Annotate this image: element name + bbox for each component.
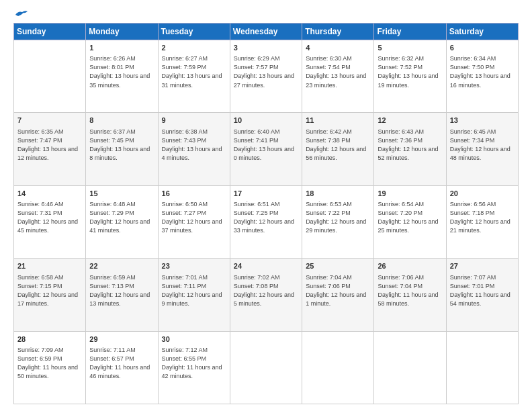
sunrise-text: Sunrise: 7:01 AM	[162, 273, 226, 282]
sunset-text: Sunset: 7:01 PM	[450, 282, 515, 291]
calendar-cell: 30Sunrise: 7:12 AMSunset: 6:55 PMDayligh…	[158, 331, 230, 404]
weekday-header: Tuesday	[158, 24, 230, 40]
daylight-text: Daylight: 12 hours and 48 minutes.	[450, 145, 515, 163]
daylight-text: Daylight: 12 hours and 33 minutes.	[234, 218, 298, 235]
calendar-week-row: 28Sunrise: 7:09 AMSunset: 6:59 PMDayligh…	[14, 331, 519, 404]
daylight-text: Daylight: 12 hours and 5 minutes.	[234, 291, 298, 308]
sunset-text: Sunset: 7:31 PM	[17, 209, 82, 218]
sunrise-text: Sunrise: 6:58 AM	[17, 273, 82, 282]
weekday-header: Friday	[374, 24, 446, 40]
daylight-text: Daylight: 13 hours and 19 minutes.	[378, 72, 442, 89]
day-number: 20	[450, 189, 515, 199]
calendar-table: SundayMondayTuesdayWednesdayThursdayFrid…	[13, 23, 519, 404]
weekday-header: Wednesday	[230, 24, 302, 40]
daylight-text: Daylight: 11 hours and 46 minutes.	[89, 363, 154, 381]
sunrise-text: Sunrise: 7:07 AM	[450, 273, 515, 282]
calendar-cell: 22Sunrise: 6:59 AMSunset: 7:13 PMDayligh…	[86, 259, 158, 331]
sunset-text: Sunset: 7:22 PM	[306, 209, 370, 218]
sunrise-text: Sunrise: 6:27 AM	[162, 54, 226, 63]
sunset-text: Sunset: 7:45 PM	[89, 136, 154, 145]
daylight-text: Daylight: 13 hours and 12 minutes.	[17, 145, 82, 163]
sunset-text: Sunset: 7:15 PM	[17, 282, 82, 291]
day-number: 13	[450, 116, 515, 126]
weekday-header: Sunday	[14, 24, 86, 40]
day-number: 17	[234, 189, 298, 199]
calendar-cell: 7Sunrise: 6:35 AMSunset: 7:47 PMDaylight…	[14, 113, 86, 185]
calendar-week-row: 7Sunrise: 6:35 AMSunset: 7:47 PMDaylight…	[14, 113, 519, 185]
daylight-text: Daylight: 12 hours and 37 minutes.	[162, 218, 226, 235]
sunset-text: Sunset: 7:54 PM	[306, 63, 370, 72]
calendar-cell	[230, 331, 302, 404]
sunset-text: Sunset: 7:18 PM	[450, 209, 515, 218]
day-number: 16	[162, 189, 226, 199]
daylight-text: Daylight: 12 hours and 17 minutes.	[17, 291, 82, 308]
sunrise-text: Sunrise: 6:26 AM	[89, 54, 154, 63]
daylight-text: Daylight: 13 hours and 35 minutes.	[89, 72, 154, 89]
sunrise-text: Sunrise: 6:46 AM	[17, 200, 82, 209]
weekday-header: Thursday	[302, 24, 374, 40]
calendar-cell: 17Sunrise: 6:51 AMSunset: 7:25 PMDayligh…	[230, 185, 302, 258]
calendar-cell: 27Sunrise: 7:07 AMSunset: 7:01 PMDayligh…	[446, 259, 518, 331]
calendar-cell: 5Sunrise: 6:32 AMSunset: 7:52 PMDaylight…	[374, 40, 446, 113]
sunset-text: Sunset: 7:20 PM	[378, 209, 442, 218]
day-number: 4	[306, 43, 370, 53]
sunrise-text: Sunrise: 6:59 AM	[89, 273, 154, 282]
day-number: 14	[17, 189, 82, 199]
daylight-text: Daylight: 12 hours and 45 minutes.	[17, 218, 82, 235]
calendar-cell: 4Sunrise: 6:30 AMSunset: 7:54 PMDaylight…	[302, 40, 374, 113]
day-number: 22	[89, 261, 154, 271]
sunrise-text: Sunrise: 6:38 AM	[162, 128, 226, 136]
daylight-text: Daylight: 12 hours and 13 minutes.	[89, 291, 154, 308]
weekday-header: Monday	[86, 24, 158, 40]
calendar-cell: 29Sunrise: 7:11 AMSunset: 6:57 PMDayligh…	[86, 331, 158, 404]
calendar-cell: 21Sunrise: 6:58 AMSunset: 7:15 PMDayligh…	[14, 259, 86, 331]
sunrise-text: Sunrise: 6:53 AM	[306, 200, 370, 209]
calendar-cell	[302, 331, 374, 404]
day-number: 3	[234, 43, 298, 53]
sunrise-text: Sunrise: 7:02 AM	[234, 273, 298, 282]
day-number: 27	[450, 261, 515, 271]
calendar-cell: 15Sunrise: 6:48 AMSunset: 7:29 PMDayligh…	[86, 185, 158, 258]
calendar-cell: 8Sunrise: 6:37 AMSunset: 7:45 PMDaylight…	[86, 113, 158, 185]
sunset-text: Sunset: 7:34 PM	[450, 136, 515, 145]
daylight-text: Daylight: 13 hours and 23 minutes.	[306, 72, 370, 89]
sunset-text: Sunset: 7:04 PM	[378, 282, 442, 291]
calendar-cell: 16Sunrise: 6:50 AMSunset: 7:27 PMDayligh…	[158, 185, 230, 258]
page-header	[13, 12, 519, 17]
day-number: 18	[306, 189, 370, 199]
sunrise-text: Sunrise: 6:48 AM	[89, 200, 154, 209]
calendar-cell: 9Sunrise: 6:38 AMSunset: 7:43 PMDaylight…	[158, 113, 230, 185]
daylight-text: Daylight: 11 hours and 54 minutes.	[450, 291, 515, 308]
sunset-text: Sunset: 8:01 PM	[89, 63, 154, 72]
sunrise-text: Sunrise: 6:30 AM	[306, 54, 370, 63]
daylight-text: Daylight: 12 hours and 1 minute.	[306, 291, 370, 308]
day-number: 11	[306, 116, 370, 126]
sunrise-text: Sunrise: 6:45 AM	[450, 128, 515, 136]
sunset-text: Sunset: 7:59 PM	[162, 63, 226, 72]
day-number: 28	[17, 334, 82, 345]
daylight-text: Daylight: 12 hours and 21 minutes.	[450, 218, 515, 235]
sunset-text: Sunset: 7:11 PM	[162, 282, 226, 291]
day-number: 5	[378, 43, 442, 53]
calendar-week-row: 14Sunrise: 6:46 AMSunset: 7:31 PMDayligh…	[14, 185, 519, 258]
daylight-text: Daylight: 13 hours and 8 minutes.	[89, 145, 154, 163]
sunset-text: Sunset: 7:13 PM	[89, 282, 154, 291]
day-number: 1	[89, 43, 154, 53]
daylight-text: Daylight: 12 hours and 52 minutes.	[378, 145, 442, 163]
calendar-cell: 6Sunrise: 6:34 AMSunset: 7:50 PMDaylight…	[446, 40, 518, 113]
calendar-cell: 2Sunrise: 6:27 AMSunset: 7:59 PMDaylight…	[158, 40, 230, 113]
daylight-text: Daylight: 13 hours and 31 minutes.	[162, 72, 226, 89]
day-number: 30	[162, 334, 226, 345]
calendar-cell: 23Sunrise: 7:01 AMSunset: 7:11 PMDayligh…	[158, 259, 230, 331]
daylight-text: Daylight: 12 hours and 25 minutes.	[378, 218, 442, 235]
daylight-text: Daylight: 11 hours and 50 minutes.	[17, 363, 82, 381]
sunset-text: Sunset: 7:36 PM	[378, 136, 442, 145]
calendar-cell: 20Sunrise: 6:56 AMSunset: 7:18 PMDayligh…	[446, 185, 518, 258]
sunrise-text: Sunrise: 7:06 AM	[378, 273, 442, 282]
sunset-text: Sunset: 7:50 PM	[450, 63, 515, 72]
calendar-cell: 18Sunrise: 6:53 AMSunset: 7:22 PMDayligh…	[302, 185, 374, 258]
daylight-text: Daylight: 12 hours and 9 minutes.	[162, 291, 226, 308]
sunset-text: Sunset: 7:38 PM	[306, 136, 370, 145]
sunrise-text: Sunrise: 6:35 AM	[17, 128, 82, 136]
calendar-cell: 1Sunrise: 6:26 AMSunset: 8:01 PMDaylight…	[86, 40, 158, 113]
